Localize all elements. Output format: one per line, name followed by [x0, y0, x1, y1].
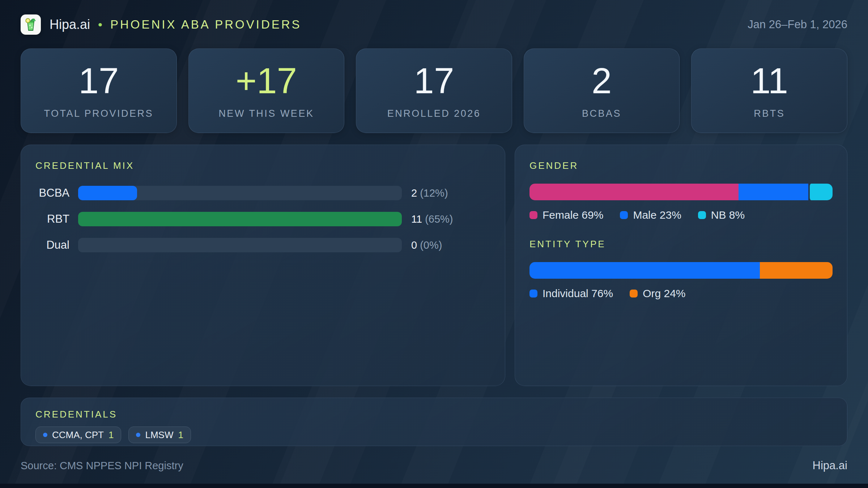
- credential-mix-chart: BCBA 2 (12%) RBT 11: [35, 186, 490, 252]
- credential-chips: CCMA, CPT 1 LMSW 1: [35, 427, 833, 443]
- bar-fill-rbt: [78, 212, 402, 226]
- bottom-edge-strip: [0, 484, 868, 488]
- kpi-value: 2: [592, 63, 612, 99]
- bar-track: [78, 212, 402, 226]
- male-swatch-icon: [620, 211, 628, 219]
- bar-value: 11 (65%): [402, 213, 490, 225]
- kpi-card-total-providers: 17 TOTAL PROVIDERS: [21, 48, 177, 133]
- entity-type-title: ENTITY TYPE: [529, 239, 833, 250]
- bar-value: 2 (12%): [402, 187, 490, 199]
- kpi-value: 11: [750, 63, 788, 99]
- credential-chip-lmsw: LMSW 1: [128, 427, 191, 443]
- kpi-value: 17: [414, 63, 454, 99]
- credentials-title: CREDENTIALS: [35, 409, 833, 420]
- gender-title: GENDER: [529, 160, 833, 171]
- kpi-label: TOTAL PROVIDERS: [44, 108, 154, 119]
- legend-item-male: Male 23%: [620, 209, 681, 221]
- demographics-panel: GENDER Female 69% Male 23% NB 8%: [515, 145, 847, 386]
- app-logo: [21, 14, 41, 35]
- mojito-icon: [24, 17, 38, 32]
- legend-item-org: Org 24%: [630, 287, 685, 300]
- kpi-value: 17: [78, 63, 119, 99]
- kpi-card-rbts: 11 RBTS: [691, 48, 847, 133]
- bar-track: [78, 238, 402, 252]
- main-panels: CREDENTIAL MIX BCBA 2 (12%) RBT: [21, 145, 847, 386]
- header: Hipa.ai • PHOENIX ABA PROVIDERS Jan 26–F…: [21, 14, 847, 35]
- footer-brand: Hipa.ai: [813, 459, 848, 472]
- entity-type-stacked-bar: [529, 262, 833, 279]
- source-attribution: Source: CMS NPPES NPI Registry: [21, 460, 183, 472]
- nb-swatch-icon: [698, 211, 706, 219]
- date-range: Jan 26–Feb 1, 2026: [748, 18, 847, 31]
- kpi-row: 17 TOTAL PROVIDERS +17 NEW THIS WEEK 17 …: [21, 48, 847, 133]
- bar-row-bcba: BCBA 2 (12%): [35, 186, 490, 200]
- kpi-label: RBTS: [754, 108, 785, 119]
- segment-nb: [808, 184, 833, 200]
- individual-swatch-icon: [529, 290, 537, 297]
- legend-item-individual: Individual 76%: [529, 287, 613, 300]
- bar-row-rbt: RBT 11 (65%): [35, 212, 490, 226]
- segment-org: [760, 262, 833, 279]
- separator-dot-icon: •: [98, 18, 102, 32]
- bar-label: Dual: [35, 239, 78, 252]
- credentials-panel: CREDENTIALS CCMA, CPT 1 LMSW 1: [21, 398, 847, 446]
- bar-fill-bcba: [78, 186, 137, 200]
- bar-row-dual: Dual 0 (0%): [35, 238, 490, 252]
- kpi-label: ENROLLED 2026: [387, 108, 481, 119]
- org-swatch-icon: [630, 290, 638, 297]
- bullet-dot-icon: [43, 433, 47, 437]
- credential-chip-ccma-cpt: CCMA, CPT 1: [35, 427, 121, 443]
- bar-label: BCBA: [35, 187, 78, 200]
- kpi-value: +17: [236, 63, 297, 99]
- gender-legend: Female 69% Male 23% NB 8%: [529, 209, 833, 221]
- segment-male: [739, 184, 808, 200]
- bar-label: RBT: [35, 213, 78, 226]
- kpi-card-new-this-week: +17 NEW THIS WEEK: [188, 48, 345, 133]
- legend-item-nb: NB 8%: [698, 209, 745, 221]
- entity-type-legend: Individual 76% Org 24%: [529, 287, 833, 300]
- footer: Source: CMS NPPES NPI Registry Hipa.ai: [21, 459, 847, 472]
- dashboard-page: Hipa.ai • PHOENIX ABA PROVIDERS Jan 26–F…: [0, 0, 868, 488]
- kpi-label: BCBAS: [582, 108, 621, 119]
- brand-name: Hipa.ai: [50, 17, 90, 32]
- report-title: PHOENIX ABA PROVIDERS: [110, 18, 302, 31]
- kpi-label: NEW THIS WEEK: [218, 108, 314, 119]
- bar-value: 0 (0%): [402, 239, 490, 251]
- kpi-card-bcbas: 2 BCBAS: [524, 48, 680, 133]
- gender-stacked-bar: [529, 184, 833, 200]
- legend-item-female: Female 69%: [529, 209, 603, 221]
- credential-mix-title: CREDENTIAL MIX: [35, 160, 490, 171]
- bullet-dot-icon: [136, 433, 140, 437]
- kpi-card-enrolled: 17 ENROLLED 2026: [356, 48, 512, 133]
- credential-mix-panel: CREDENTIAL MIX BCBA 2 (12%) RBT: [21, 145, 505, 386]
- segment-female: [529, 184, 739, 200]
- bar-track: [78, 186, 402, 200]
- segment-individual: [529, 262, 760, 279]
- female-swatch-icon: [529, 211, 537, 219]
